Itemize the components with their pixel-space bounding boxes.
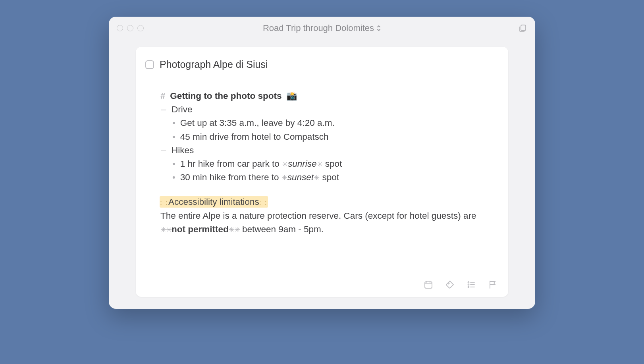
bullet-mark: • bbox=[172, 116, 175, 129]
bullet-mark: • bbox=[172, 157, 175, 170]
camera-emoji-icon: 📸 bbox=[286, 89, 297, 102]
zoom-window-button[interactable] bbox=[137, 25, 144, 31]
highlight-heading: : :Accessibility limitations: : bbox=[160, 195, 499, 209]
hash-mark: # bbox=[160, 89, 165, 102]
dash-mark: – bbox=[160, 144, 167, 157]
note-body[interactable]: # Getting to the photo spots 📸 – Drive •… bbox=[145, 89, 499, 236]
highlight-mark-close: : : bbox=[259, 198, 268, 206]
card-toolbar bbox=[423, 279, 498, 290]
bullet-mark: • bbox=[172, 171, 175, 184]
svg-point-6 bbox=[468, 282, 469, 283]
window-title-dropdown[interactable]: Road Trip through Dolomites bbox=[263, 23, 381, 33]
svg-point-5 bbox=[448, 283, 449, 284]
list-item-label: Drive bbox=[172, 103, 193, 116]
flag-icon bbox=[488, 280, 497, 289]
checklist-button[interactable] bbox=[466, 279, 476, 290]
dash-mark: – bbox=[160, 103, 167, 116]
flag-button[interactable] bbox=[488, 279, 498, 290]
calendar-button[interactable] bbox=[423, 279, 434, 290]
list-subitem: • 30 min hike from there to ✳︎sunset✳︎ s… bbox=[160, 171, 499, 184]
content-area: Photograph Alpe di Siusi # Getting to th… bbox=[109, 40, 535, 309]
checklist-icon bbox=[467, 280, 476, 289]
highlight-mark-open: : : bbox=[160, 198, 168, 206]
list-subitem-text: Get up at 3:35 a.m., leave by 4:20 a.m. bbox=[180, 116, 335, 130]
note-heading: # Getting to the photo spots 📸 bbox=[160, 89, 499, 103]
list-subitem: • Get up at 3:35 a.m., leave by 4:20 a.m… bbox=[160, 116, 499, 130]
updown-chevron-icon bbox=[376, 25, 381, 32]
tag-button[interactable] bbox=[445, 279, 455, 290]
task-header: Photograph Alpe di Siusi bbox=[145, 59, 499, 70]
svg-point-8 bbox=[468, 287, 469, 288]
list-item: – Drive bbox=[160, 103, 499, 116]
task-card: Photograph Alpe di Siusi # Getting to th… bbox=[136, 47, 508, 297]
list-item-label: Hikes bbox=[172, 144, 194, 157]
svg-rect-0 bbox=[521, 25, 526, 31]
traffic-lights bbox=[117, 25, 144, 31]
list-subitem-text: 30 min hike from there to ✳︎sunset✳︎ spo… bbox=[180, 171, 339, 184]
app-window: Road Trip through Dolomites Photograph A… bbox=[109, 17, 535, 309]
list-subitem: • 1 hr hike from car park to ✳︎sunrise✳︎… bbox=[160, 157, 499, 171]
duplicate-button[interactable] bbox=[518, 23, 527, 33]
minimize-window-button[interactable] bbox=[127, 25, 133, 31]
list-subitem: • 45 min drive from hotel to Compatsch bbox=[160, 130, 499, 144]
list-item: – Hikes bbox=[160, 144, 499, 157]
calendar-icon bbox=[424, 280, 433, 289]
highlight-label: Accessibility limitations bbox=[168, 197, 259, 207]
list-subitem-text: 1 hr hike from car park to ✳︎sunrise✳︎ s… bbox=[180, 157, 342, 171]
window-title: Road Trip through Dolomites bbox=[263, 23, 374, 33]
tag-icon bbox=[445, 280, 455, 289]
list-subitem-text: 45 min drive from hotel to Compatsch bbox=[180, 130, 329, 144]
titlebar: Road Trip through Dolomites bbox=[109, 17, 535, 40]
note-paragraph: The entire Alpe is a nature protection r… bbox=[160, 209, 499, 236]
heading-text: Getting to the photo spots bbox=[170, 89, 282, 103]
bullet-mark: • bbox=[172, 130, 175, 143]
task-checkbox[interactable] bbox=[145, 60, 154, 69]
svg-point-7 bbox=[468, 284, 469, 285]
close-window-button[interactable] bbox=[117, 25, 123, 31]
task-title: Photograph Alpe di Siusi bbox=[160, 59, 268, 70]
svg-rect-1 bbox=[425, 282, 432, 288]
